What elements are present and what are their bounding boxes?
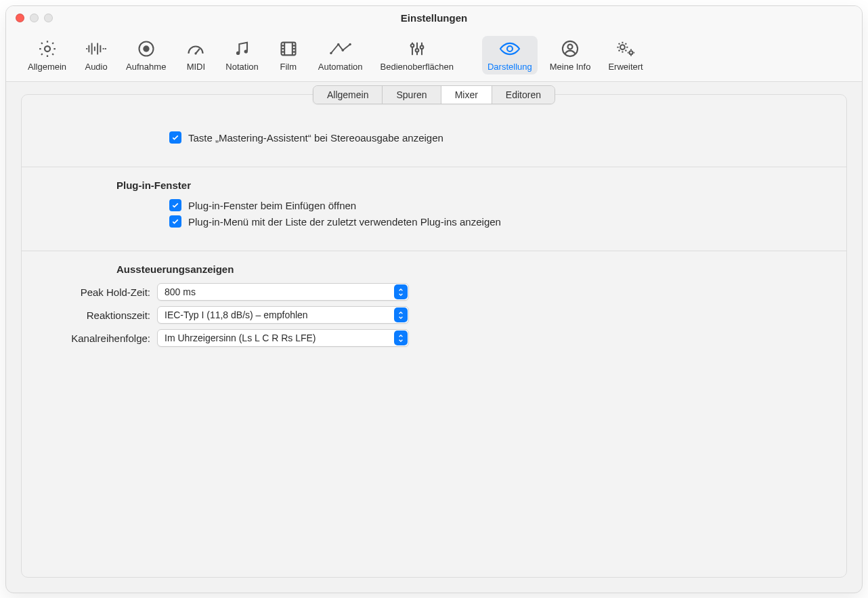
sliders-icon bbox=[405, 39, 429, 59]
updown-stepper-icon bbox=[394, 307, 408, 322]
section-heading-meters: Aussteuerungsanzeigen bbox=[22, 263, 846, 275]
toolbar-label: Automation bbox=[318, 62, 363, 72]
row-mastering-assistant: Taste „Mastering-Assistent“ bei Stereoau… bbox=[22, 131, 846, 144]
checkbox-label: Plug-in-Fenster beim Einfügen öffnen bbox=[188, 200, 356, 211]
music-notes-icon bbox=[230, 39, 255, 59]
eye-icon bbox=[498, 39, 522, 59]
checkbox-label: Taste „Mastering-Assistent“ bei Stereoau… bbox=[188, 132, 443, 144]
svg-point-9 bbox=[341, 49, 343, 51]
checkbox-mastering-assistant[interactable] bbox=[169, 131, 181, 144]
record-icon bbox=[134, 39, 158, 59]
toolbar-label: Notation bbox=[225, 62, 258, 72]
toolbar-item-my-info[interactable]: Meine Info bbox=[544, 36, 596, 74]
checkbox-plugin-open[interactable] bbox=[169, 199, 181, 211]
section-plugin-window: Plug-in-Fenster Plug-in-Fenster beim Ein… bbox=[22, 179, 846, 242]
close-window-button[interactable] bbox=[16, 14, 24, 22]
section-heading-plugin: Plug-in-Fenster bbox=[22, 179, 846, 191]
checkbox-plugin-recent[interactable] bbox=[169, 215, 181, 228]
toolbar-item-automation[interactable]: Automation bbox=[313, 36, 368, 74]
svg-point-0 bbox=[45, 46, 50, 51]
toolbar-item-notation[interactable]: Notation bbox=[220, 36, 263, 74]
select-value: IEC-Typ I (11,8 dB/s) – empfohlen bbox=[165, 309, 308, 320]
film-icon bbox=[276, 39, 301, 59]
svg-point-10 bbox=[349, 43, 351, 45]
gauge-icon bbox=[183, 39, 208, 59]
select-value: 800 ms bbox=[165, 286, 196, 297]
toolbar-item-general[interactable]: Allgemein bbox=[22, 36, 72, 74]
divider bbox=[22, 251, 846, 251]
toolbar-label: MIDI bbox=[187, 62, 205, 72]
toolbar-label: Meine Info bbox=[550, 62, 591, 72]
toolbar-label: Audio bbox=[85, 62, 107, 72]
person-circle-icon bbox=[558, 39, 582, 59]
svg-point-3 bbox=[195, 52, 197, 54]
tab-mixer[interactable]: Mixer bbox=[441, 86, 492, 104]
gears-icon bbox=[613, 39, 638, 59]
toolbar-item-control-surfaces[interactable]: Bedienoberflächen bbox=[375, 36, 459, 74]
sub-tab-bar: Allgemein Spuren Mixer Editoren bbox=[313, 85, 555, 104]
toolbar-label: Erweitert bbox=[608, 62, 643, 72]
svg-point-14 bbox=[507, 46, 513, 51]
svg-point-7 bbox=[330, 52, 332, 54]
svg-point-8 bbox=[337, 43, 339, 45]
svg-point-5 bbox=[244, 49, 247, 53]
tab-tracks[interactable]: Spuren bbox=[383, 86, 441, 104]
svg-point-2 bbox=[143, 45, 149, 51]
divider bbox=[22, 167, 846, 167]
toolbar-item-display[interactable]: Darstellung bbox=[482, 36, 538, 74]
updown-stepper-icon bbox=[394, 330, 408, 345]
svg-point-16 bbox=[568, 45, 573, 49]
toolbar-label: Allgemein bbox=[28, 62, 66, 72]
toolbar-label: Darstellung bbox=[487, 62, 532, 72]
svg-point-18 bbox=[630, 51, 633, 54]
gear-icon bbox=[35, 39, 60, 59]
label-response: Reaktionszeit: bbox=[22, 309, 157, 321]
select-value: Im Uhrzeigersinn (Ls L C R Rs LFE) bbox=[165, 333, 316, 343]
toolbar-label: Bedienoberflächen bbox=[381, 62, 454, 72]
select-response[interactable]: IEC-Typ I (11,8 dB/s) – empfohlen bbox=[157, 306, 409, 324]
minimize-window-button[interactable] bbox=[30, 14, 39, 22]
row-plugin-recent: Plug-in-Menü mit der Liste der zuletzt v… bbox=[22, 215, 846, 228]
svg-point-12 bbox=[415, 49, 418, 52]
label-channel-order: Kanalreihenfolge: bbox=[22, 333, 157, 344]
window-title: Einstellungen bbox=[6, 12, 862, 24]
titlebar: Einstellungen bbox=[6, 6, 862, 30]
preferences-window: Einstellungen Allgemein Audio Aufnahme bbox=[5, 5, 863, 593]
toolbar-item-recording[interactable]: Aufnahme bbox=[121, 36, 171, 74]
checkbox-label: Plug-in-Menü mit der Liste der zuletzt v… bbox=[188, 216, 501, 228]
row-response: Reaktionszeit: IEC-Typ I (11,8 dB/s) – e… bbox=[22, 306, 846, 324]
toolbar-item-advanced[interactable]: Erweitert bbox=[603, 36, 648, 74]
select-peak-hold[interactable]: 800 ms bbox=[157, 283, 409, 301]
section-level-meters: Aussteuerungsanzeigen Peak Hold-Zeit: 80… bbox=[22, 263, 846, 363]
svg-point-11 bbox=[410, 44, 414, 47]
row-plugin-open: Plug-in-Fenster beim Einfügen öffnen bbox=[22, 199, 846, 211]
row-channel-order: Kanalreihenfolge: Im Uhrzeigersinn (Ls L… bbox=[22, 329, 846, 347]
toolbar-label: Film bbox=[280, 62, 297, 72]
updown-stepper-icon bbox=[394, 284, 408, 299]
svg-point-17 bbox=[620, 45, 625, 49]
tab-editors[interactable]: Editoren bbox=[492, 86, 555, 104]
toolbar-item-audio[interactable]: Audio bbox=[79, 36, 114, 74]
zoom-window-button[interactable] bbox=[44, 14, 53, 22]
tab-general[interactable]: Allgemein bbox=[313, 86, 383, 104]
row-peak-hold: Peak Hold-Zeit: 800 ms bbox=[22, 283, 846, 301]
toolbar: Allgemein Audio Aufnahme MIDI bbox=[6, 30, 862, 82]
traffic-lights bbox=[6, 14, 53, 22]
svg-point-4 bbox=[236, 51, 239, 55]
label-peak-hold: Peak Hold-Zeit: bbox=[22, 286, 157, 298]
toolbar-label: Aufnahme bbox=[126, 62, 166, 72]
content-pane: Allgemein Spuren Mixer Editoren Taste „M… bbox=[21, 94, 847, 578]
toolbar-item-midi[interactable]: MIDI bbox=[178, 36, 213, 74]
automation-curve-icon bbox=[328, 39, 353, 59]
toolbar-item-film[interactable]: Film bbox=[271, 36, 306, 74]
select-channel-order[interactable]: Im Uhrzeigersinn (Ls L C R Rs LFE) bbox=[157, 329, 409, 347]
section-mastering: Taste „Mastering-Assistent“ bei Stereoau… bbox=[22, 131, 846, 158]
svg-point-13 bbox=[420, 45, 423, 49]
waveform-icon bbox=[84, 39, 108, 59]
